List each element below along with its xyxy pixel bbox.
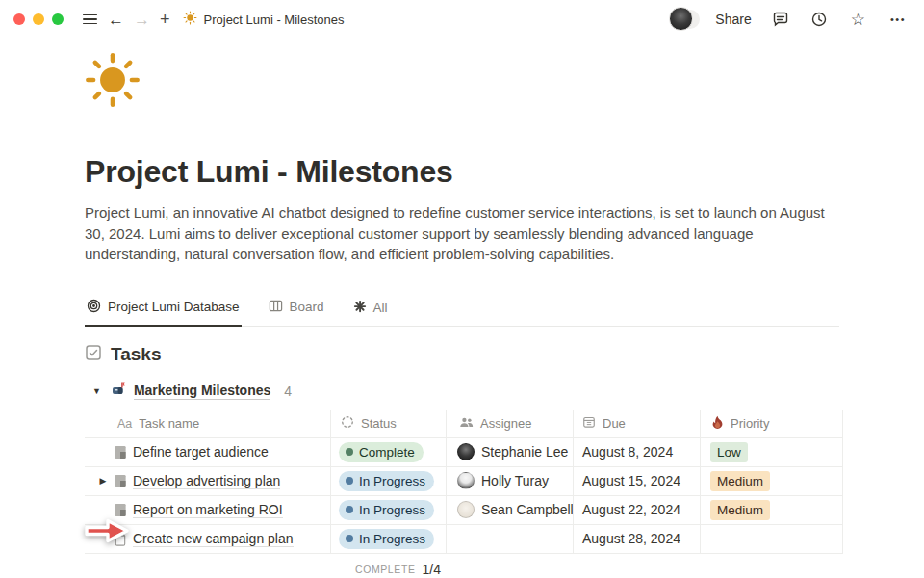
- status-badge: In Progress: [339, 529, 434, 549]
- status-calculation[interactable]: COMPLETE 1/4: [331, 554, 447, 578]
- tab-all[interactable]: All: [351, 295, 390, 327]
- text-property-icon: Aa: [117, 417, 132, 431]
- window-controls: [13, 13, 64, 25]
- page-icon: [114, 503, 133, 517]
- board-icon: [269, 299, 283, 316]
- assignee-avatar: [457, 472, 475, 489]
- sidebar-menu-icon[interactable]: [77, 11, 103, 29]
- column-header-assignee[interactable]: Assignee: [447, 410, 574, 437]
- assignee-cell[interactable]: [447, 525, 574, 553]
- tab-label: Board: [290, 300, 324, 314]
- tasks-heading-label: Tasks: [111, 344, 161, 365]
- column-header-priority[interactable]: Priority: [701, 410, 843, 437]
- back-button[interactable]: ←: [103, 10, 129, 30]
- priority-badge: Low: [710, 442, 748, 462]
- assignee-cell[interactable]: Stephanie Lee: [447, 438, 574, 466]
- tasks-table: Aa Task name Status: [85, 410, 843, 578]
- status-cell[interactable]: In Progress: [331, 467, 447, 495]
- flame-icon: [711, 415, 724, 432]
- due-cell[interactable]: August 8, 2024: [574, 438, 701, 466]
- priority-cell[interactable]: Low: [701, 438, 843, 466]
- group-toggle-icon[interactable]: ▼: [90, 384, 103, 398]
- more-options-icon[interactable]: •••: [886, 13, 911, 27]
- favorite-star-icon[interactable]: ☆: [846, 10, 870, 30]
- tasks-section-heading: Tasks: [85, 344, 839, 365]
- tab-label: All: [373, 301, 388, 315]
- sun-icon: [183, 11, 197, 29]
- zoom-window-button[interactable]: [52, 13, 64, 25]
- group-count: 4: [284, 383, 292, 399]
- column-label: Status: [361, 416, 397, 431]
- comments-icon[interactable]: [769, 8, 792, 31]
- column-label: Priority: [731, 416, 769, 431]
- table-row[interactable]: Create new campaign plan In Progress Aug…: [85, 525, 843, 554]
- status-cell[interactable]: In Progress: [331, 525, 447, 553]
- group-name[interactable]: Marketing Milestones: [134, 382, 270, 400]
- table-row[interactable]: ▶ Develop advertising plan In Progress H…: [85, 467, 843, 496]
- history-clock-icon[interactable]: [808, 8, 831, 31]
- due-cell[interactable]: August 15, 2024: [574, 467, 701, 495]
- tab-label: Project Lumi Database: [108, 300, 240, 314]
- asterisk-icon: [353, 300, 367, 316]
- assignee-avatar: [457, 501, 475, 518]
- tab-project-lumi-database[interactable]: Project Lumi Database: [85, 294, 242, 327]
- titlebar: ← → + Proj: [0, 0, 924, 39]
- calendar-icon: [582, 415, 596, 432]
- close-window-button[interactable]: [13, 13, 25, 25]
- priority-badge: Medium: [710, 500, 770, 520]
- status-badge: In Progress: [339, 471, 434, 491]
- page-title: Project Lumi - Milestones: [85, 154, 839, 190]
- status-badge: Complete: [339, 442, 424, 462]
- column-label: Due: [603, 416, 626, 431]
- priority-cell[interactable]: Medium: [701, 496, 843, 524]
- column-header-due[interactable]: Due: [574, 410, 701, 437]
- assignee-cell[interactable]: Holly Turay: [447, 467, 574, 495]
- titlebar-page-title: Project Lumi - Milestones: [204, 13, 345, 27]
- people-icon: [459, 416, 474, 432]
- database-target-icon: [87, 299, 101, 316]
- calc-label: COMPLETE: [355, 564, 416, 575]
- due-cell[interactable]: August 28, 2024: [574, 525, 701, 553]
- forward-button[interactable]: →: [129, 10, 155, 30]
- row-expand-toggle-icon[interactable]: ▶: [98, 474, 109, 487]
- column-header-status[interactable]: Status: [331, 410, 447, 437]
- column-label: Assignee: [480, 416, 531, 431]
- status-badge: In Progress: [339, 500, 434, 520]
- page-icon: [114, 474, 133, 488]
- view-tabs: Project Lumi Database Board: [85, 294, 839, 327]
- empty-page-icon: [114, 532, 133, 546]
- task-title[interactable]: Develop advertising plan: [133, 473, 280, 489]
- column-label: Task name: [139, 416, 199, 431]
- table-row[interactable]: Report on marketing ROI In Progress Sean…: [85, 496, 843, 525]
- column-header-task-name[interactable]: Aa Task name: [85, 410, 331, 437]
- assignee-avatar: [457, 443, 475, 460]
- status-cell[interactable]: Complete: [331, 438, 447, 466]
- priority-cell[interactable]: Medium: [701, 467, 843, 495]
- table-footer-row: COMPLETE 1/4: [85, 554, 843, 578]
- mailbox-icon: [111, 381, 126, 401]
- priority-cell[interactable]: [701, 525, 843, 553]
- status-spinner-icon: [341, 415, 354, 432]
- page-description: Project Lumi, an innovative AI chatbot d…: [85, 202, 839, 265]
- calc-value: 1/4: [423, 562, 441, 577]
- priority-badge: Medium: [710, 471, 770, 491]
- group-row-marketing-milestones: ▼ Marketing Milestones 4: [85, 381, 839, 401]
- status-cell[interactable]: In Progress: [331, 496, 447, 524]
- share-button[interactable]: Share: [713, 9, 753, 30]
- breadcrumb[interactable]: Project Lumi - Milestones: [183, 11, 345, 29]
- task-title[interactable]: Report on marketing ROI: [133, 502, 283, 518]
- new-page-button[interactable]: +: [155, 9, 175, 30]
- page-icon: [114, 445, 133, 460]
- page-icon-sun[interactable]: [85, 52, 839, 112]
- task-title[interactable]: Create new campaign plan: [133, 531, 294, 547]
- due-cell[interactable]: August 22, 2024: [574, 496, 701, 524]
- table-row[interactable]: Define target audience Complete Stephani…: [85, 438, 843, 467]
- minimize-window-button[interactable]: [33, 13, 44, 25]
- assignee-cell[interactable]: Sean Campbell: [447, 496, 574, 524]
- task-title[interactable]: Define target audience: [133, 444, 269, 460]
- checkbox-icon: [85, 344, 102, 365]
- tab-board[interactable]: Board: [267, 294, 326, 327]
- user-avatar[interactable]: [669, 7, 698, 32]
- table-header-row: Aa Task name Status: [85, 410, 843, 438]
